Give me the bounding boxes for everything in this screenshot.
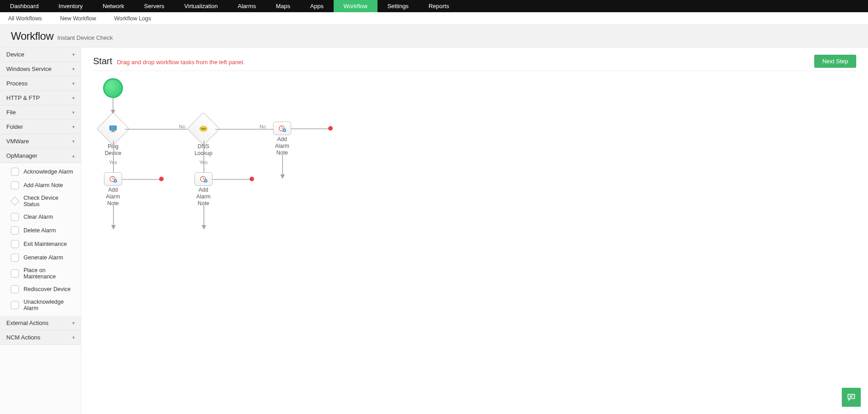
chevron-down-icon: ▾	[72, 139, 75, 144]
svg-text:DNS: DNS	[201, 127, 206, 130]
palette-task-label: Unacknowledge Alarm	[24, 299, 75, 311]
rounded-shape-icon	[11, 181, 19, 189]
canvas-header: Start Drag and drop workflow tasks from …	[93, 55, 856, 71]
connector	[203, 206, 205, 231]
alarm-clock-add-icon	[108, 174, 118, 183]
rounded-shape-icon	[11, 213, 19, 221]
svg-rect-2	[110, 126, 117, 130]
palette-task-unacknowledge-alarm[interactable]: Unacknowledge Alarm	[0, 296, 81, 314]
node-add-alarm-note-mid[interactable]	[194, 172, 212, 186]
connector	[113, 206, 114, 231]
palette-task-exit-maintenance[interactable]: Exit Maintenance	[0, 237, 81, 251]
page-subtitle: Instant Device Check	[57, 34, 113, 41]
palette-group-vmware[interactable]: VMWare▾	[0, 134, 81, 149]
palette-group-label: Device	[6, 51, 24, 58]
connector	[113, 98, 113, 114]
end-dot[interactable]	[159, 177, 164, 181]
page-title: Workflow	[11, 30, 53, 42]
main: Device▾Windows Service▾Process▾HTTP & FT…	[0, 47, 868, 414]
chevron-down-icon: ▾	[72, 52, 75, 57]
diamond-shape-icon	[10, 197, 19, 206]
topnav-item-virtualization[interactable]: Virtualization	[175, 0, 228, 12]
topnav-item-network[interactable]: Network	[93, 0, 134, 12]
chevron-down-icon: ▾	[72, 110, 75, 115]
start-node[interactable]	[103, 78, 123, 98]
palette-group-ncm-actions[interactable]: NCM Actions▾	[0, 330, 81, 345]
svg-marker-31	[202, 225, 206, 230]
palette-task-acknowledge-alarm[interactable]: Acknowledge Alarm	[0, 165, 81, 179]
monitor-icon	[107, 124, 119, 133]
palette-group-device[interactable]: Device▾	[0, 47, 81, 62]
palette-group-file[interactable]: File▾	[0, 105, 81, 120]
palette-group-opmanager[interactable]: OpManager▴	[0, 149, 81, 163]
rounded-shape-icon	[11, 269, 19, 278]
palette-group-body: Acknowledge AlarmAdd Alarm NoteCheck Dev…	[0, 163, 81, 316]
dns-icon: DNS	[198, 124, 209, 133]
connector	[212, 179, 251, 180]
topnav-item-alarms[interactable]: Alarms	[228, 0, 266, 12]
task-palette: Device▾Windows Service▾Process▾HTTP & FT…	[0, 47, 81, 414]
connector	[282, 155, 283, 180]
palette-task-generate-alarm[interactable]: Generate Alarm	[0, 251, 81, 264]
palette-task-place-on-maintenance[interactable]: Place on Maintenance	[0, 264, 81, 282]
edge-label-no: No	[259, 124, 266, 129]
end-dot[interactable]	[250, 177, 254, 181]
topnav-item-inventory[interactable]: Inventory	[49, 0, 93, 12]
palette-group-http-ftp[interactable]: HTTP & FTP▾	[0, 91, 81, 105]
subnav-item-workflow-logs[interactable]: Workflow Logs	[114, 15, 151, 22]
topnav-item-apps[interactable]: Apps	[300, 0, 334, 12]
next-step-button[interactable]: Next Step	[814, 55, 856, 68]
chevron-down-icon: ▾	[72, 66, 75, 71]
palette-task-check-device-status[interactable]: Check Device Status	[0, 192, 81, 210]
topnav-item-maps[interactable]: Maps	[266, 0, 300, 12]
palette-task-label: Rediscover Device	[24, 286, 71, 292]
topnav-item-reports[interactable]: Reports	[419, 0, 459, 12]
palette-task-label: Add Alarm Note	[24, 182, 63, 188]
rounded-shape-icon	[11, 168, 19, 176]
topnav: DashboardInventoryNetworkServersVirtuali…	[0, 0, 868, 12]
palette-task-clear-alarm[interactable]: Clear Alarm	[0, 210, 81, 224]
chevron-down-icon: ▾	[72, 320, 75, 325]
subnav-item-all-workflows[interactable]: All Workflows	[8, 15, 42, 22]
topnav-item-workflow[interactable]: Workflow	[334, 0, 377, 12]
palette-task-label: Generate Alarm	[24, 254, 63, 261]
canvas-hint: Drag and drop workflow tasks from the le…	[117, 59, 245, 66]
connector	[291, 128, 330, 130]
canvas-wrap: Start Drag and drop workflow tasks from …	[81, 47, 868, 414]
topnav-item-servers[interactable]: Servers	[134, 0, 175, 12]
node-add-alarm-note-left[interactable]	[104, 172, 122, 186]
palette-task-label: Delete Alarm	[24, 227, 56, 234]
palette-group-label: External Actions	[6, 320, 48, 326]
palette-group-process[interactable]: Process▾	[0, 76, 81, 91]
palette-task-label: Exit Maintenance	[24, 241, 67, 247]
workflow-canvas[interactable]: Ping Device No DNS DNS Lookup No	[93, 78, 856, 331]
end-dot[interactable]	[328, 126, 333, 131]
node-add-alarm-note-left-label: Add Alarm Note	[102, 187, 124, 207]
chevron-down-icon: ▾	[72, 124, 75, 129]
topnav-item-dashboard[interactable]: Dashboard	[0, 0, 49, 12]
subnav-item-new-workflow[interactable]: New Workflow	[60, 15, 96, 22]
rounded-shape-icon	[11, 301, 19, 309]
rounded-shape-icon	[11, 254, 19, 262]
node-add-alarm-note-top[interactable]	[273, 122, 291, 135]
palette-task-rediscover-device[interactable]: Rediscover Device	[0, 282, 81, 296]
palette-group-label: Folder	[6, 123, 23, 130]
node-add-alarm-note-mid-label: Add Alarm Note	[192, 187, 215, 207]
connector	[113, 141, 114, 172]
palette-task-label: Place on Maintenance	[24, 267, 75, 280]
chevron-up-icon: ▴	[72, 153, 75, 158]
rounded-shape-icon	[11, 240, 19, 248]
alarm-clock-add-icon	[198, 174, 208, 183]
palette-group-folder[interactable]: Folder▾	[0, 120, 81, 134]
palette-task-delete-alarm[interactable]: Delete Alarm	[0, 224, 81, 237]
palette-group-label: File	[6, 109, 16, 116]
chevron-down-icon: ▾	[72, 335, 75, 340]
palette-group-external-actions[interactable]: External Actions▾	[0, 316, 81, 330]
topnav-item-settings[interactable]: Settings	[377, 0, 419, 12]
palette-task-add-alarm-note[interactable]: Add Alarm Note	[0, 179, 81, 192]
palette-group-windows-service[interactable]: Windows Service▾	[0, 62, 81, 76]
svg-marker-15	[280, 174, 285, 179]
chevron-down-icon: ▾	[72, 81, 75, 86]
rounded-shape-icon	[11, 226, 19, 235]
chat-fab[interactable]	[842, 388, 861, 407]
